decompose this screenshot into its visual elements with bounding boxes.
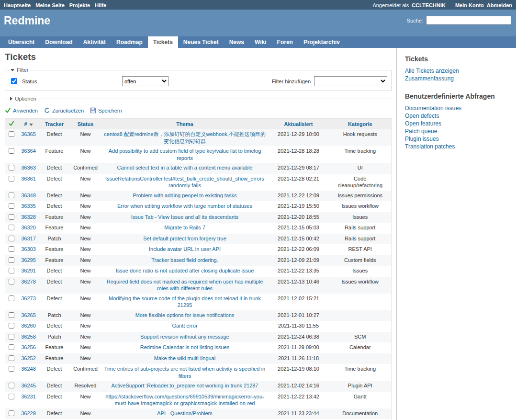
ticket-subject-link[interactable]: Required field does not marked as requir…: [107, 279, 263, 292]
row-checkbox[interactable]: [9, 279, 14, 284]
sort-by-status-link[interactable]: Status: [78, 121, 94, 127]
row-checkbox[interactable]: [9, 131, 14, 137]
ticket-id-link[interactable]: 36256: [21, 344, 36, 350]
ticket-subject-link[interactable]: Make the wiki multi-lingual: [154, 355, 215, 361]
ticket-subject-link[interactable]: ActiveSupport::Reloader.to_prepare not w…: [112, 383, 258, 388]
ticket-subject-link[interactable]: Gantt error: [172, 323, 197, 329]
ticket-subject-link[interactable]: https://stackoverflow.com/questions/6991…: [105, 394, 264, 407]
custom-query-link[interactable]: Open features: [405, 120, 510, 127]
ticket-subject-link[interactable]: Tracker based field ordering.: [151, 257, 218, 263]
ticket-subject-link[interactable]: Migrate to Rails 7: [164, 225, 205, 230]
row-checkbox[interactable]: [9, 355, 14, 361]
sidebar-link[interactable]: Alle Tickets anzeigen: [405, 68, 510, 75]
sort-by-updated-link[interactable]: Aktualisiert: [284, 121, 313, 127]
row-checkbox[interactable]: [9, 394, 14, 399]
row-checkbox[interactable]: [9, 176, 14, 182]
toggle-all-checkboxes-icon[interactable]: [9, 121, 14, 126]
apply-button[interactable]: Anwenden: [5, 107, 38, 114]
ticket-id-link[interactable]: 36260: [21, 323, 36, 329]
ticket-subject-link[interactable]: Redmine Calendar is not listing issues: [140, 344, 229, 350]
custom-query-link[interactable]: Open defects: [405, 113, 510, 120]
row-checkbox[interactable]: [9, 203, 14, 209]
ticket-id-link[interactable]: 36248: [21, 366, 36, 372]
search-input[interactable]: [426, 16, 511, 25]
current-user-link[interactable]: CCLTECHNIK: [412, 2, 446, 8]
sidebar-link[interactable]: Zusammenfassung: [405, 75, 510, 82]
ticket-subject-link[interactable]: Error when editing workflow with large n…: [117, 203, 252, 209]
status-filter-checkbox[interactable]: [11, 78, 17, 84]
ticket-subject-link[interactable]: Time entries of sub-projects are not lis…: [104, 366, 265, 379]
main-menu-tab[interactable]: Neues Ticket: [178, 36, 224, 48]
ticket-subject-link[interactable]: Issue done ratio is not updated after cl…: [116, 268, 254, 273]
row-checkbox[interactable]: [9, 344, 14, 350]
top-menu-link[interactable]: Hilfe: [95, 2, 106, 8]
row-checkbox[interactable]: [9, 383, 14, 388]
row-checkbox[interactable]: [9, 246, 14, 252]
ticket-subject-link[interactable]: Problem with adding peopel to existing t…: [133, 193, 236, 198]
row-checkbox[interactable]: [9, 312, 14, 318]
row-checkbox[interactable]: [9, 366, 14, 372]
ticket-subject-link[interactable]: Cannot select text in a table with a con…: [117, 165, 252, 170]
clear-button[interactable]: Zurücksetzen: [44, 107, 84, 114]
row-checkbox[interactable]: [9, 323, 14, 329]
sort-by-category-link[interactable]: Kategorie: [348, 121, 372, 127]
row-checkbox[interactable]: [9, 257, 14, 263]
options-legend[interactable]: Optionen: [9, 96, 38, 102]
ticket-id-link[interactable]: 36245: [21, 383, 36, 388]
main-menu-tab[interactable]: News: [224, 36, 249, 48]
row-checkbox[interactable]: [9, 295, 14, 301]
ticket-subject-link[interactable]: centos8 配置redmine后，添加钉钉的自定义webhook,不能推送项…: [104, 131, 265, 144]
ticket-id-link[interactable]: 36278: [21, 279, 36, 284]
ticket-id-link[interactable]: 36252: [21, 355, 36, 361]
ticket-id-link[interactable]: 36335: [21, 203, 36, 209]
custom-query-link[interactable]: Plugin issues: [405, 136, 510, 143]
custom-query-link[interactable]: Translation patches: [405, 143, 510, 150]
ticket-id-link[interactable]: 36273: [21, 295, 36, 301]
main-menu-tab[interactable]: Übersicht: [3, 36, 40, 48]
ticket-subject-link[interactable]: Modifying the source code of the plugin …: [109, 295, 261, 308]
ticket-id-link[interactable]: 36229: [21, 410, 36, 416]
ticket-id-link[interactable]: 36317: [21, 236, 36, 241]
custom-query-link[interactable]: Patch queue: [405, 128, 510, 135]
row-checkbox[interactable]: [9, 214, 14, 220]
ticket-id-link[interactable]: 36363: [21, 165, 36, 170]
ticket-subject-link[interactable]: Set default protect from forgery true: [143, 236, 226, 241]
ticket-id-link[interactable]: 36320: [21, 225, 36, 230]
ticket-id-link[interactable]: 36291: [21, 268, 36, 273]
row-checkbox[interactable]: [9, 225, 14, 230]
ticket-subject-link[interactable]: Support revision without any message: [140, 334, 229, 340]
main-menu-tab[interactable]: Roadmap: [111, 36, 148, 48]
sort-by-subject-link[interactable]: Thema: [176, 121, 193, 127]
my-account-link[interactable]: Mein Konto: [455, 2, 484, 8]
main-menu-tab[interactable]: Aktivität: [78, 36, 111, 48]
main-menu-tab[interactable]: Foren: [272, 36, 298, 48]
filters-legend[interactable]: Filter: [9, 67, 30, 73]
ticket-subject-link[interactable]: IssueRelationsControllerTest#test_bulk_c…: [105, 176, 264, 189]
row-checkbox[interactable]: [9, 165, 14, 170]
row-checkbox[interactable]: [9, 236, 14, 241]
ticket-id-link[interactable]: 36295: [21, 257, 36, 263]
top-menu-link[interactable]: Projekte: [69, 2, 90, 8]
top-menu-link[interactable]: Hauptseite: [4, 2, 31, 8]
ticket-id-link[interactable]: 36364: [21, 148, 36, 154]
main-menu-tab[interactable]: Wiki: [249, 36, 272, 48]
ticket-id-link[interactable]: 36265: [21, 312, 36, 318]
row-checkbox[interactable]: [9, 334, 14, 340]
main-menu-tab[interactable]: Download: [40, 36, 78, 48]
sort-by-id-link[interactable]: #: [24, 121, 27, 127]
status-operator-select[interactable]: offen: [122, 76, 168, 86]
custom-query-link[interactable]: Documentation issues: [405, 105, 510, 112]
logout-link[interactable]: Abmelden: [487, 2, 512, 8]
ticket-id-link[interactable]: 36361: [21, 176, 36, 182]
row-checkbox[interactable]: [9, 193, 14, 198]
main-menu-tab[interactable]: Tickets: [148, 36, 178, 48]
ticket-subject-link[interactable]: Include avatar URL in user API: [149, 246, 221, 252]
ticket-id-link[interactable]: 36231: [21, 394, 36, 399]
row-checkbox[interactable]: [9, 410, 14, 416]
ticket-id-link[interactable]: 36349: [21, 193, 36, 198]
row-checkbox[interactable]: [9, 148, 14, 154]
add-filter-select[interactable]: [314, 76, 387, 86]
ticket-subject-link[interactable]: API - Question/Problem: [157, 410, 213, 416]
ticket-id-link[interactable]: 36258: [21, 334, 36, 340]
ticket-id-link[interactable]: 36365: [21, 131, 36, 137]
